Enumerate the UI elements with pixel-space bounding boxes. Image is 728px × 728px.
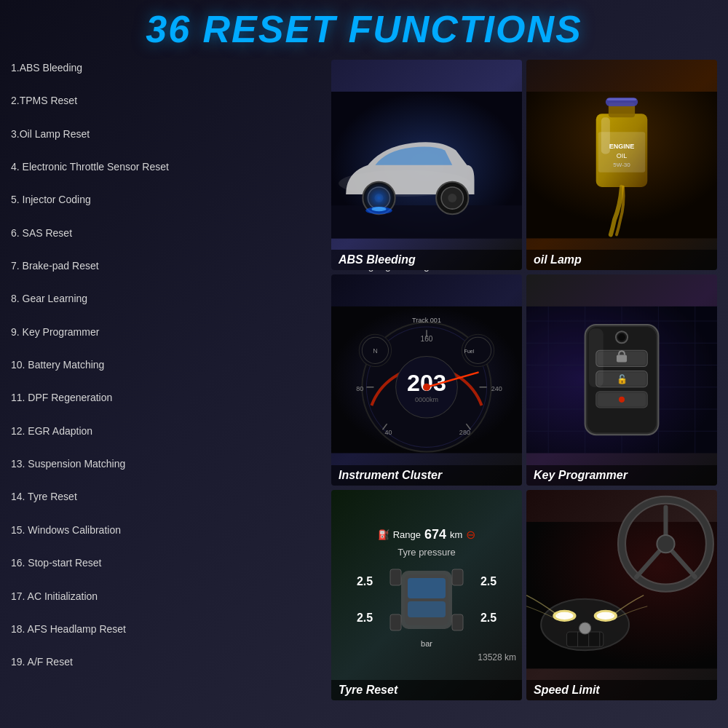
- function-item: 4. Electronic Throttle Sensor Reset: [11, 159, 324, 175]
- svg-text:Track 001: Track 001: [412, 317, 441, 324]
- warning-icon: ⊖: [466, 528, 475, 542]
- fuel-icon: ⛽: [378, 529, 389, 540]
- function-item: 18. AFS Headlamp Reset: [11, 621, 324, 638]
- function-item: 19. A/F Reset: [11, 654, 324, 670]
- svg-text:2.5: 2.5: [480, 575, 496, 587]
- svg-point-95: [657, 535, 674, 553]
- range-label: Range: [393, 529, 421, 540]
- oil-label: oil Lamp: [526, 250, 717, 270]
- function-item: 8. Gear Learning: [11, 290, 324, 307]
- speed-bg: [526, 490, 717, 700]
- function-item: 13. Suspension Matching: [11, 456, 324, 472]
- svg-text:40: 40: [385, 430, 392, 437]
- svg-rect-87: [390, 614, 401, 630]
- svg-text:ENGINE: ENGINE: [609, 143, 635, 150]
- function-item: 16. Stop-start Reset: [11, 555, 324, 571]
- svg-rect-86: [452, 569, 463, 585]
- function-item: 14. Tyre Reset: [11, 488, 324, 505]
- svg-point-11: [371, 207, 386, 211]
- page-title: 36 RESET FUNCTIONS: [11, 7, 717, 51]
- tpms-display: ⛽ Range 674 km ⊖ Tyre pressure 2.5 2.5: [331, 490, 522, 700]
- svg-rect-85: [390, 569, 401, 585]
- svg-rect-16: [607, 98, 636, 100]
- svg-text:80: 80: [356, 385, 363, 392]
- svg-point-105: [579, 622, 591, 634]
- function-item: 1.ABS Bleeding: [11, 60, 324, 76]
- functions-list: 1.ABS Bleeding2.TPMS Reset3.Oil Lamp Res…: [11, 60, 324, 700]
- mileage: 13528 km: [478, 652, 516, 662]
- svg-text:280: 280: [459, 430, 470, 437]
- svg-point-75: [619, 397, 625, 403]
- tyre-bg: ⛽ Range 674 km ⊖ Tyre pressure 2.5 2.5: [331, 490, 522, 700]
- bar-label: bar: [421, 639, 432, 648]
- content-area: 1.ABS Bleeding2.TPMS Reset3.Oil Lamp Res…: [11, 60, 717, 700]
- svg-rect-69: [617, 355, 627, 363]
- function-item: 10. Battery Matching: [11, 357, 324, 373]
- svg-text:2.5: 2.5: [357, 612, 373, 624]
- function-item: 2.TPMS Reset: [11, 92, 324, 109]
- grid-cell-oil: ENGINE OIL 5W-30 oil Lamp: [526, 60, 717, 270]
- abs-label: ABS Bleeding: [331, 250, 522, 270]
- speed-label: Speed Limit: [526, 680, 717, 700]
- grid-area: ABS Bleeding: [331, 60, 717, 700]
- svg-rect-76: [589, 328, 604, 387]
- function-item: 11. DPF Regeneration: [11, 389, 324, 406]
- svg-text:Fuel: Fuel: [464, 349, 475, 355]
- svg-text:0000km: 0000km: [415, 396, 438, 403]
- svg-text:OIL: OIL: [617, 152, 628, 159]
- main-container: 36 RESET FUNCTIONS 1.ABS Bleeding2.TPMS …: [0, 0, 728, 728]
- svg-point-43: [423, 384, 430, 391]
- function-item: 9. Key Programmer: [11, 324, 324, 341]
- svg-point-66: [618, 334, 625, 341]
- range-value: 674: [424, 527, 446, 542]
- grid-cell-tyre: ⛽ Range 674 km ⊖ Tyre pressure 2.5 2.5: [331, 490, 522, 700]
- svg-rect-84: [408, 601, 446, 617]
- tyre-pressure-label: Tyre pressure: [397, 547, 455, 558]
- grid-cell-speed: Speed Limit: [526, 490, 717, 700]
- function-item: 12. EGR Adaption: [11, 423, 324, 440]
- svg-text:🔓: 🔓: [617, 373, 628, 384]
- function-item: 5. Injector Coding: [11, 191, 324, 208]
- function-item: 3.Oil Lamp Reset: [11, 126, 324, 143]
- function-item: 17. AC Initialization: [11, 588, 324, 605]
- svg-text:240: 240: [491, 385, 502, 392]
- grid-cell-key: 🔓 Key Programmer: [526, 274, 717, 485]
- svg-text:2.5: 2.5: [480, 612, 496, 624]
- svg-point-9: [448, 194, 456, 202]
- function-item: 7. Brake-pad Reset: [11, 258, 324, 274]
- instrument-bg: 160 120 80 200 240 40 280 203 0000km: [331, 274, 522, 485]
- function-item: 15. Windows Calibration: [11, 522, 324, 539]
- svg-text:160: 160: [421, 336, 433, 344]
- svg-rect-83: [408, 578, 446, 598]
- key-label: Key Programmer: [526, 465, 717, 486]
- svg-text:N: N: [373, 348, 378, 355]
- grid-cell-abs: ABS Bleeding: [331, 60, 522, 270]
- instrument-label: Instrument Cluster: [331, 465, 522, 486]
- svg-text:5W-30: 5W-30: [613, 162, 630, 168]
- svg-text:2.5: 2.5: [357, 575, 373, 587]
- tyre-label: Tyre Reset: [331, 680, 522, 700]
- range-unit: km: [450, 529, 462, 540]
- svg-rect-88: [452, 614, 463, 630]
- tpms-range: ⛽ Range 674 km ⊖: [378, 527, 476, 542]
- svg-rect-1: [331, 205, 522, 238]
- function-item: 6. SAS Reset: [11, 225, 324, 242]
- key-bg: 🔓: [526, 274, 717, 485]
- grid-cell-instrument: 160 120 80 200 240 40 280 203 0000km: [331, 274, 522, 485]
- svg-rect-21: [601, 117, 610, 154]
- abs-bg: [331, 60, 522, 270]
- oil-bg: ENGINE OIL 5W-30: [526, 60, 717, 270]
